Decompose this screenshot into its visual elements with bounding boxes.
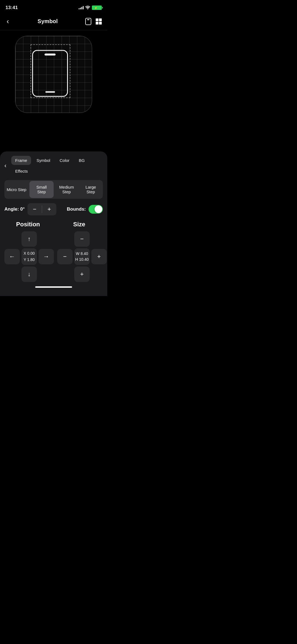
grid-icon[interactable] xyxy=(96,18,102,25)
tab-frame[interactable]: Frame xyxy=(11,156,31,165)
battery-icon: ⚡ xyxy=(92,6,102,10)
angle-decrement-button[interactable]: − xyxy=(28,203,42,215)
micro-step-button[interactable]: Micro Step xyxy=(4,180,29,199)
right-arrow-icon: → xyxy=(43,253,49,260)
move-up-button[interactable]: ↑ xyxy=(21,231,37,247)
home-indicator xyxy=(35,286,72,288)
size-decrease-width-button[interactable]: − xyxy=(57,249,73,264)
size-increase-width-button[interactable]: + xyxy=(91,249,107,264)
size-controls: − − W 8.40 H 10.40 + + xyxy=(57,231,107,282)
plus-icon-right: + xyxy=(97,253,101,260)
tab-bg[interactable]: BG xyxy=(75,156,89,165)
phone-symbol xyxy=(32,50,68,97)
size-label: Size xyxy=(56,221,103,228)
minus-icon-top: − xyxy=(80,235,84,243)
x-value: X 0.00 xyxy=(24,251,35,256)
size-grid: − − W 8.40 H 10.40 + + xyxy=(57,231,107,282)
bounds-label: Bounds: xyxy=(67,206,86,212)
nav-bar: ‹ Symbol xyxy=(0,14,107,30)
signal-icon xyxy=(79,6,84,9)
bounds-toggle[interactable] xyxy=(89,205,103,214)
panel-back-button[interactable]: ‹ xyxy=(4,161,9,170)
phone-icon[interactable] xyxy=(85,18,91,25)
tab-row: ‹ Frame Symbol Color BG Effects xyxy=(4,156,103,176)
status-bar: 13:41 ⚡ xyxy=(0,0,107,14)
tab-pills: Frame Symbol Color BG Effects xyxy=(11,156,103,176)
size-decrease-height-button[interactable]: − xyxy=(74,231,90,247)
step-row: Micro Step Small Step Medium Step Large … xyxy=(4,180,103,199)
controls-row: Angle: 0° − + Bounds: xyxy=(4,203,103,215)
arrow-grid: ↑ ← X 0.00 Y 1.80 → ↓ xyxy=(4,231,54,282)
pos-size-controls: ↑ ← X 0.00 Y 1.80 → ↓ xyxy=(4,231,103,282)
size-section: Size xyxy=(56,221,103,228)
position-section: Position xyxy=(4,221,52,228)
bottom-panel: ‹ Frame Symbol Color BG Effects Micro St… xyxy=(0,151,107,296)
size-increase-height-button[interactable]: + xyxy=(74,267,90,282)
toggle-thumb xyxy=(95,205,102,213)
left-arrow-icon: ← xyxy=(9,253,15,260)
down-arrow-icon: ↓ xyxy=(28,271,31,278)
position-label: Position xyxy=(4,221,52,228)
canvas-area xyxy=(0,30,107,118)
w-value: W 8.40 xyxy=(76,251,88,257)
svg-text:⚡: ⚡ xyxy=(94,6,98,10)
wifi-icon xyxy=(85,6,90,10)
y-value: Y 1.80 xyxy=(24,257,35,263)
minus-icon-left: − xyxy=(63,253,67,260)
large-step-button[interactable]: Large Step xyxy=(79,180,103,199)
h-value: H 10.40 xyxy=(75,257,89,262)
tab-symbol[interactable]: Symbol xyxy=(33,156,54,165)
phone-home-bar xyxy=(45,91,55,93)
tab-color[interactable]: Color xyxy=(56,156,73,165)
angle-increment-button[interactable]: + xyxy=(42,203,56,215)
status-time: 13:41 xyxy=(6,5,18,10)
back-button[interactable]: ‹ xyxy=(6,16,10,27)
svg-rect-1 xyxy=(100,7,100,8)
plus-icon-bottom: + xyxy=(80,271,84,278)
symbol-preview xyxy=(15,36,92,113)
tab-effects[interactable]: Effects xyxy=(11,167,32,176)
up-arrow-icon: ↑ xyxy=(28,235,31,243)
bounds-control: Bounds: xyxy=(67,205,103,214)
phone-notch xyxy=(45,54,56,56)
nav-icons xyxy=(85,18,102,25)
angle-stepper: − + xyxy=(28,203,56,215)
small-step-button[interactable]: Small Step xyxy=(29,181,54,198)
move-right-button[interactable]: → xyxy=(38,249,54,264)
angle-control: Angle: 0° − + xyxy=(4,203,56,215)
page-title: Symbol xyxy=(38,18,58,25)
wh-display: W 8.40 H 10.40 xyxy=(74,248,90,265)
status-icons: ⚡ xyxy=(79,6,102,10)
move-left-button[interactable]: ← xyxy=(4,249,20,264)
pos-size-labels: Position Size xyxy=(4,221,103,228)
move-down-button[interactable]: ↓ xyxy=(21,267,37,282)
medium-step-button[interactable]: Medium Step xyxy=(54,180,79,199)
canvas-spacer xyxy=(0,118,107,151)
angle-label: Angle: 0° xyxy=(4,206,25,212)
position-controls: ↑ ← X 0.00 Y 1.80 → ↓ xyxy=(4,231,54,282)
xy-display: X 0.00 Y 1.80 xyxy=(21,248,37,265)
